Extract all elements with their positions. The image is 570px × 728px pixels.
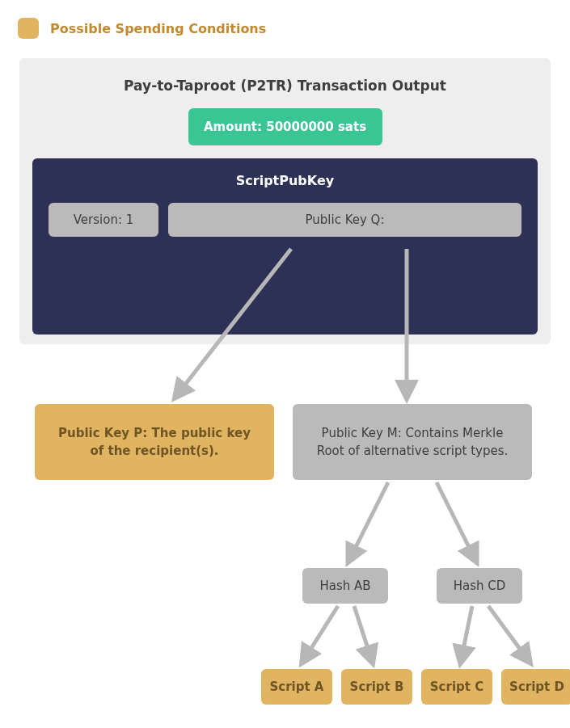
- amount-box: Amount: 50000000 sats: [188, 108, 382, 145]
- version-box: Version: 1: [49, 203, 158, 237]
- node-pubkey-p: Public Key P: The public key of the reci…: [35, 404, 274, 480]
- svg-line-4: [303, 606, 338, 661]
- svg-line-3: [437, 482, 475, 560]
- diagram-root: Possible Spending Conditions Pay-to-Tapr…: [0, 0, 570, 728]
- node-script-d: Script D: [501, 669, 570, 705]
- node-hash-cd: Hash CD: [437, 568, 522, 604]
- scriptpubkey-box: ScriptPubKey Version: 1 Public Key Q:: [32, 158, 538, 335]
- svg-line-7: [488, 606, 529, 661]
- pubkey-q-box: Public Key Q:: [168, 203, 521, 237]
- node-pubkey-m: Public Key M: Contains Merkle Root of al…: [293, 404, 532, 480]
- legend: Possible Spending Conditions: [18, 18, 266, 39]
- node-hash-ab: Hash AB: [302, 568, 388, 604]
- scriptpubkey-row: Version: 1 Public Key Q:: [49, 203, 521, 237]
- card-title: Pay-to-Taproot (P2TR) Transaction Output: [19, 58, 551, 94]
- scriptpubkey-label: ScriptPubKey: [49, 173, 521, 188]
- node-script-a: Script A: [261, 669, 332, 705]
- output-card: Pay-to-Taproot (P2TR) Transaction Output…: [19, 58, 551, 344]
- legend-swatch: [18, 18, 39, 39]
- svg-line-5: [354, 606, 372, 661]
- svg-line-6: [461, 606, 472, 661]
- legend-label: Possible Spending Conditions: [50, 21, 266, 36]
- node-script-c: Script C: [421, 669, 492, 705]
- svg-line-2: [349, 482, 388, 560]
- node-script-b: Script B: [341, 669, 412, 705]
